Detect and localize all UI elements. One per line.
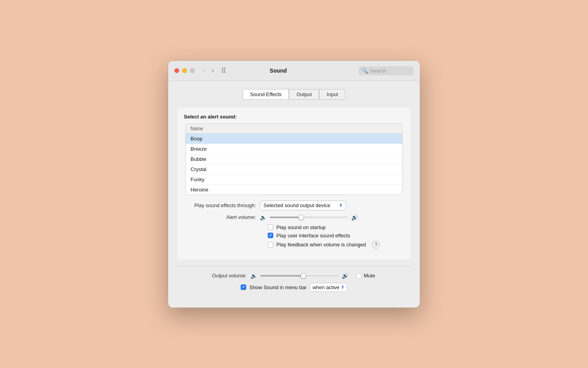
mute-row[interactable]: Mute [356,273,375,279]
mute-label: Mute [364,273,375,279]
play-feedback-row: Play feedback when volume is changed ? [268,241,403,249]
controls-area: Play sound effects through: Selected sou… [178,195,410,253]
tabs-container: Sound Effects Output Input [168,89,420,100]
chevron-updown-icon: ▲ ▼ [339,203,343,208]
play-startup-row: Play sound on startup [268,224,403,230]
close-button[interactable] [174,68,179,73]
when-active-label: when active [312,284,339,290]
device-label: Selected sound output device [263,202,330,208]
main-window: ‹ › ⠿ Sound 🔍 Sound Effects Output Input… [168,61,420,308]
menubar-row: Show Sound in menu bar when active ▲ ▼ [176,283,412,293]
alert-volume-slider-row: 🔈 🔊 [260,214,358,220]
output-volume-slider[interactable] [260,275,339,277]
menubar-chevron-icon: ▲ ▼ [341,285,345,290]
play-feedback-label: Play feedback when volume is changed [276,242,366,248]
play-startup-label: Play sound on startup [276,224,326,230]
alert-volume-label: Alert volume: [185,214,256,220]
device-dropdown[interactable]: Selected sound output device ▲ ▼ [260,200,346,210]
menubar-checkbox[interactable] [241,284,246,290]
checkbox-area: Play sound on startup Play user interfac… [185,224,403,249]
play-startup-checkbox[interactable] [268,224,273,230]
alert-volume-row: Alert volume: 🔈 🔊 [185,214,403,220]
sound-item-breeze[interactable]: Breeze [186,144,402,154]
alert-volume-slider[interactable] [270,217,348,218]
search-icon: 🔍 [362,68,368,74]
sound-item-crystal[interactable]: Crystal [186,164,402,175]
sound-item-heroine[interactable]: Heroine [186,185,402,195]
play-ui-row: Play user interface sound effects [268,233,403,239]
output-volume-slider-row: 🔈 🔊 Mute [250,273,375,279]
output-volume-row: Output volume: 🔈 🔊 Mute [176,273,412,279]
slider-thumb[interactable] [298,215,304,220]
output-vol-high-icon: 🔊 [342,273,348,279]
volume-low-icon: 🔈 [260,214,267,220]
traffic-lights [174,68,195,73]
help-button[interactable]: ? [372,241,380,249]
search-input[interactable] [370,68,410,74]
play-feedback-checkbox[interactable] [268,242,273,248]
play-ui-checkbox[interactable] [268,233,273,238]
sound-list: Name Boop Breeze Bubble Crystal Funky He… [185,124,403,195]
minimize-button[interactable] [182,68,187,73]
play-through-label: Play sound effects through: [185,202,256,208]
sound-list-header: Name [186,124,402,134]
menubar-label: Show Sound in menu bar [249,284,307,290]
mute-checkbox[interactable] [356,273,362,279]
tab-output[interactable]: Output [289,89,319,100]
output-vol-low-icon: 🔈 [250,273,257,279]
content-area: Sound Effects Output Input Select an ale… [168,81,420,308]
sound-item-boop[interactable]: Boop [186,134,402,144]
output-section: Output volume: 🔈 🔊 Mute Show Sound in m [168,273,420,300]
volume-high-icon: 🔊 [351,214,358,220]
titlebar: ‹ › ⠿ Sound 🔍 [168,61,420,81]
sound-effects-section: Select an alert sound: Name Boop Breeze … [178,107,410,260]
section-divider [176,266,412,266]
play-through-row: Play sound effects through: Selected sou… [185,200,403,210]
when-active-dropdown[interactable]: when active ▲ ▼ [310,283,347,292]
section-label: Select an alert sound: [178,114,410,120]
output-volume-label: Output volume: [176,273,247,279]
output-slider-thumb[interactable] [301,273,306,279]
sound-item-funky[interactable]: Funky [186,175,402,185]
search-bar[interactable]: 🔍 [359,66,414,75]
play-ui-label: Play user interface sound effects [276,233,350,239]
tab-input[interactable]: Input [319,89,345,100]
tab-sound-effects[interactable]: Sound Effects [243,89,289,100]
sound-item-bubble[interactable]: Bubble [186,154,402,164]
window-title: Sound [198,67,359,74]
zoom-button[interactable] [190,68,195,73]
